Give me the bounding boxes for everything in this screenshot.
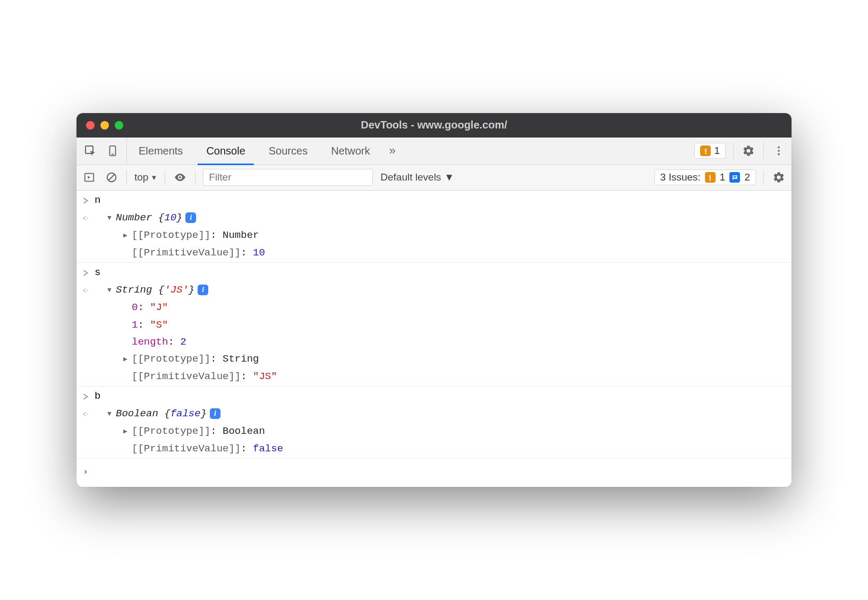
issues-label: 3 Issues: — [660, 172, 701, 183]
clear-console-icon[interactable] — [104, 170, 119, 185]
filter-input[interactable] — [203, 169, 373, 186]
svg-point-4 — [778, 150, 780, 152]
svg-point-14 — [87, 414, 88, 415]
levels-label: Default levels — [380, 172, 441, 183]
window-title: DevTools - www.google.com/ — [76, 119, 792, 131]
svg-point-5 — [778, 153, 780, 156]
object-property[interactable]: [[PrimitiveValue]]: 10 — [95, 244, 792, 261]
console-settings-icon[interactable] — [771, 170, 786, 185]
message-icon — [729, 172, 740, 183]
info-icon[interactable]: i — [185, 212, 196, 223]
warnings-count: 1 — [714, 145, 720, 157]
object-header[interactable]: String {'JS'}i — [95, 281, 792, 298]
kebab-menu-icon[interactable] — [771, 143, 786, 158]
expand-toggle-icon[interactable] — [107, 285, 116, 296]
object-property[interactable]: [[PrimitiveValue]]: "JS" — [95, 368, 792, 385]
svg-point-12 — [87, 218, 88, 219]
svg-point-9 — [179, 176, 181, 178]
expand-toggle-icon[interactable] — [107, 212, 116, 224]
console-toolbar: top ▼ Default levels ▼ 3 Issues: ! 1 2 — [76, 165, 792, 191]
window-maximize-button[interactable] — [115, 121, 123, 130]
devtools-window: DevTools - www.google.com/ Elements Cons… — [76, 113, 792, 487]
traffic-lights — [76, 121, 123, 130]
svg-point-3 — [778, 147, 780, 149]
chevron-down-icon: ▼ — [444, 172, 454, 183]
console-input: b — [95, 388, 792, 405]
input-caret-icon — [76, 388, 95, 405]
more-tabs-button[interactable]: » — [382, 138, 403, 165]
object-property[interactable]: 1: "S" — [95, 316, 792, 333]
svg-point-13 — [87, 290, 88, 291]
context-selector[interactable]: top ▼ — [134, 172, 157, 183]
expand-toggle-icon[interactable] — [107, 408, 116, 420]
console-entry: sString {'JS'}i0: "J"1: "S"length: 2[[Pr… — [76, 263, 792, 387]
issues-warning-count: 1 — [720, 172, 726, 183]
console-body: nNumber {10}i[[Prototype]]: Number[[Prim… — [76, 191, 792, 487]
chevron-down-icon: ▼ — [150, 174, 157, 182]
object-property[interactable]: [[Prototype]]: String — [95, 350, 792, 367]
object-header[interactable]: Number {10}i — [95, 209, 792, 226]
tab-sources[interactable]: Sources — [257, 138, 319, 165]
object-property[interactable]: [[PrimitiveValue]]: false — [95, 440, 792, 457]
output-caret-icon — [76, 281, 95, 299]
console-input: s — [95, 264, 792, 281]
log-levels-selector[interactable]: Default levels ▼ — [380, 172, 454, 183]
main-toolbar: Elements Console Sources Network » ! 1 — [76, 138, 792, 165]
info-icon[interactable]: i — [210, 408, 220, 419]
tab-console[interactable]: Console — [194, 138, 257, 165]
console-input: n — [95, 192, 792, 209]
warning-icon: ! — [700, 145, 711, 156]
titlebar: DevTools - www.google.com/ — [76, 113, 792, 138]
inspect-element-icon[interactable] — [83, 143, 98, 158]
toggle-sidebar-icon[interactable] — [82, 170, 97, 185]
prompt-caret-icon: › — [84, 466, 87, 476]
object-header[interactable]: Boolean {false}i — [95, 405, 792, 422]
warning-icon: ! — [705, 172, 716, 183]
window-close-button[interactable] — [86, 121, 95, 130]
object-property[interactable]: [[Prototype]]: Number — [95, 227, 792, 244]
tab-network[interactable]: Network — [319, 138, 381, 165]
panel-tabs: Elements Console Sources Network » — [127, 138, 403, 165]
context-label: top — [134, 172, 148, 183]
info-icon[interactable]: i — [198, 285, 208, 295]
object-property[interactable]: [[Prototype]]: Boolean — [95, 423, 792, 440]
console-entry: bBoolean {false}i[[Prototype]]: Boolean[… — [76, 387, 792, 459]
console-entry: nNumber {10}i[[Prototype]]: Number[[Prim… — [76, 191, 792, 263]
tab-elements[interactable]: Elements — [127, 138, 194, 165]
window-minimize-button[interactable] — [100, 121, 109, 130]
device-toolbar-icon[interactable] — [105, 143, 120, 158]
issues-badge[interactable]: 3 Issues: ! 1 2 — [654, 169, 756, 185]
input-caret-icon — [76, 192, 95, 209]
live-expression-icon[interactable] — [173, 170, 188, 185]
object-property[interactable]: 0: "J" — [95, 299, 792, 316]
output-caret-icon — [76, 209, 95, 227]
input-caret-icon — [76, 264, 95, 281]
output-caret-icon — [76, 405, 95, 423]
svg-line-8 — [109, 175, 115, 181]
expand-toggle-icon[interactable] — [123, 354, 132, 365]
expand-toggle-icon[interactable] — [123, 230, 132, 242]
expand-toggle-icon[interactable] — [123, 426, 132, 438]
issues-message-count: 2 — [744, 172, 750, 183]
settings-icon[interactable] — [741, 143, 756, 158]
warnings-badge[interactable]: ! 1 — [694, 143, 726, 159]
object-property[interactable]: length: 2 — [95, 333, 792, 350]
